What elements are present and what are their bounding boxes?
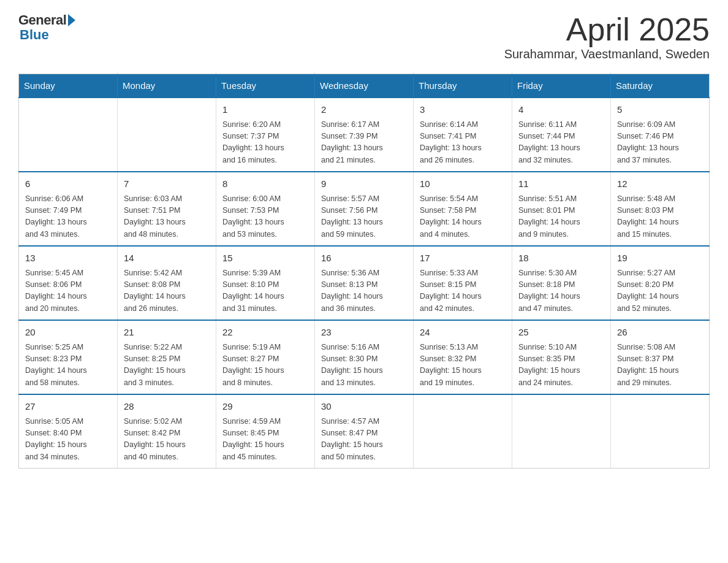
- day-info: Sunrise: 5:27 AMSunset: 8:20 PMDaylight:…: [617, 267, 703, 315]
- day-info: Sunrise: 5:33 AMSunset: 8:15 PMDaylight:…: [420, 267, 506, 315]
- calendar-cell: 19Sunrise: 5:27 AMSunset: 8:20 PMDayligh…: [611, 246, 710, 320]
- calendar-cell: 23Sunrise: 5:16 AMSunset: 8:30 PMDayligh…: [315, 320, 414, 394]
- weekday-header-row: SundayMondayTuesdayWednesdayThursdayFrid…: [19, 74, 710, 98]
- calendar-cell: 6Sunrise: 6:06 AMSunset: 7:49 PMDaylight…: [19, 172, 118, 246]
- month-title: April 2025: [504, 12, 710, 47]
- location-title: Surahammar, Vaestmanland, Sweden: [504, 47, 710, 61]
- calendar-cell: 13Sunrise: 5:45 AMSunset: 8:06 PMDayligh…: [19, 246, 118, 320]
- day-info: Sunrise: 6:06 AMSunset: 7:49 PMDaylight:…: [25, 193, 111, 241]
- day-info: Sunrise: 5:02 AMSunset: 8:42 PMDaylight:…: [124, 416, 210, 464]
- day-number: 3: [420, 103, 506, 117]
- calendar-cell: 27Sunrise: 5:05 AMSunset: 8:40 PMDayligh…: [19, 394, 118, 469]
- day-number: 17: [420, 251, 506, 266]
- day-number: 9: [321, 177, 407, 191]
- calendar-cell: [611, 394, 710, 469]
- calendar-cell: 30Sunrise: 4:57 AMSunset: 8:47 PMDayligh…: [315, 394, 414, 469]
- day-number: 19: [617, 251, 703, 266]
- calendar-cell: 2Sunrise: 6:17 AMSunset: 7:39 PMDaylight…: [315, 98, 414, 172]
- calendar-cell: 22Sunrise: 5:19 AMSunset: 8:27 PMDayligh…: [216, 320, 315, 394]
- weekday-header-saturday: Saturday: [611, 74, 710, 98]
- day-number: 4: [518, 103, 604, 117]
- title-block: April 2025 Surahammar, Vaestmanland, Swe…: [504, 12, 710, 61]
- calendar-week-row: 13Sunrise: 5:45 AMSunset: 8:06 PMDayligh…: [19, 246, 710, 320]
- day-number: 25: [518, 326, 604, 340]
- calendar-cell: 11Sunrise: 5:51 AMSunset: 8:01 PMDayligh…: [512, 172, 611, 246]
- calendar-cell: 10Sunrise: 5:54 AMSunset: 7:58 PMDayligh…: [414, 172, 512, 246]
- weekday-header-wednesday: Wednesday: [315, 74, 414, 98]
- calendar-week-row: 1Sunrise: 6:20 AMSunset: 7:37 PMDaylight…: [19, 98, 710, 172]
- calendar-cell: 12Sunrise: 5:48 AMSunset: 8:03 PMDayligh…: [611, 172, 710, 246]
- day-number: 1: [222, 103, 308, 117]
- day-number: 13: [25, 251, 111, 266]
- day-info: Sunrise: 5:19 AMSunset: 8:27 PMDaylight:…: [222, 342, 308, 389]
- day-info: Sunrise: 5:16 AMSunset: 8:30 PMDaylight:…: [321, 342, 407, 389]
- day-number: 30: [321, 400, 407, 414]
- calendar-cell: 14Sunrise: 5:42 AMSunset: 8:08 PMDayligh…: [118, 246, 216, 320]
- day-info: Sunrise: 5:30 AMSunset: 8:18 PMDaylight:…: [518, 267, 604, 315]
- day-info: Sunrise: 5:05 AMSunset: 8:40 PMDaylight:…: [25, 416, 111, 464]
- calendar-cell: 20Sunrise: 5:25 AMSunset: 8:23 PMDayligh…: [19, 320, 118, 394]
- calendar-cell: 16Sunrise: 5:36 AMSunset: 8:13 PMDayligh…: [315, 246, 414, 320]
- day-info: Sunrise: 5:08 AMSunset: 8:37 PMDaylight:…: [617, 342, 703, 389]
- calendar-body: 1Sunrise: 6:20 AMSunset: 7:37 PMDaylight…: [19, 98, 710, 469]
- calendar-cell: 5Sunrise: 6:09 AMSunset: 7:46 PMDaylight…: [611, 98, 710, 172]
- day-info: Sunrise: 4:59 AMSunset: 8:45 PMDaylight:…: [222, 416, 308, 464]
- logo: General Blue: [18, 12, 75, 43]
- day-number: 26: [617, 326, 703, 340]
- calendar-table: SundayMondayTuesdayWednesdayThursdayFrid…: [18, 74, 710, 469]
- day-number: 5: [617, 103, 703, 117]
- calendar-cell: [19, 98, 118, 172]
- day-number: 16: [321, 251, 407, 266]
- day-info: Sunrise: 6:11 AMSunset: 7:44 PMDaylight:…: [518, 119, 604, 167]
- day-number: 29: [222, 400, 308, 414]
- day-number: 21: [124, 326, 210, 340]
- calendar-cell: [414, 394, 512, 469]
- day-info: Sunrise: 5:57 AMSunset: 7:56 PMDaylight:…: [321, 193, 407, 241]
- calendar-cell: 25Sunrise: 5:10 AMSunset: 8:35 PMDayligh…: [512, 320, 611, 394]
- day-number: 22: [222, 326, 308, 340]
- calendar-cell: 18Sunrise: 5:30 AMSunset: 8:18 PMDayligh…: [512, 246, 611, 320]
- calendar-cell: 26Sunrise: 5:08 AMSunset: 8:37 PMDayligh…: [611, 320, 710, 394]
- day-number: 14: [124, 251, 210, 266]
- logo-general-text: General: [18, 12, 66, 28]
- calendar-cell: 9Sunrise: 5:57 AMSunset: 7:56 PMDaylight…: [315, 172, 414, 246]
- day-info: Sunrise: 6:20 AMSunset: 7:37 PMDaylight:…: [222, 119, 308, 167]
- day-info: Sunrise: 4:57 AMSunset: 8:47 PMDaylight:…: [321, 416, 407, 464]
- weekday-header-sunday: Sunday: [19, 74, 118, 98]
- weekday-header-thursday: Thursday: [414, 74, 512, 98]
- calendar-cell: 7Sunrise: 6:03 AMSunset: 7:51 PMDaylight…: [118, 172, 216, 246]
- day-info: Sunrise: 5:51 AMSunset: 8:01 PMDaylight:…: [518, 193, 604, 241]
- day-number: 15: [222, 251, 308, 266]
- day-info: Sunrise: 5:10 AMSunset: 8:35 PMDaylight:…: [518, 342, 604, 389]
- calendar-cell: 29Sunrise: 4:59 AMSunset: 8:45 PMDayligh…: [216, 394, 315, 469]
- weekday-header-friday: Friday: [512, 74, 611, 98]
- calendar-cell: 15Sunrise: 5:39 AMSunset: 8:10 PMDayligh…: [216, 246, 315, 320]
- calendar-cell: 8Sunrise: 6:00 AMSunset: 7:53 PMDaylight…: [216, 172, 315, 246]
- day-number: 23: [321, 326, 407, 340]
- day-number: 6: [25, 177, 111, 191]
- day-info: Sunrise: 5:36 AMSunset: 8:13 PMDaylight:…: [321, 267, 407, 315]
- calendar-cell: 1Sunrise: 6:20 AMSunset: 7:37 PMDaylight…: [216, 98, 315, 172]
- day-info: Sunrise: 5:13 AMSunset: 8:32 PMDaylight:…: [420, 342, 506, 389]
- calendar-cell: 3Sunrise: 6:14 AMSunset: 7:41 PMDaylight…: [414, 98, 512, 172]
- day-info: Sunrise: 5:45 AMSunset: 8:06 PMDaylight:…: [25, 267, 111, 315]
- day-info: Sunrise: 5:48 AMSunset: 8:03 PMDaylight:…: [617, 193, 703, 241]
- weekday-header-tuesday: Tuesday: [216, 74, 315, 98]
- day-number: 8: [222, 177, 308, 191]
- page-header: General Blue April 2025 Surahammar, Vaes…: [18, 12, 710, 61]
- day-number: 20: [25, 326, 111, 340]
- calendar-cell: 4Sunrise: 6:11 AMSunset: 7:44 PMDaylight…: [512, 98, 611, 172]
- day-info: Sunrise: 5:25 AMSunset: 8:23 PMDaylight:…: [25, 342, 111, 389]
- day-number: 28: [124, 400, 210, 414]
- logo-blue-text: Blue: [20, 27, 49, 43]
- logo-arrow-icon: [68, 14, 75, 26]
- day-info: Sunrise: 5:39 AMSunset: 8:10 PMDaylight:…: [222, 267, 308, 315]
- day-number: 7: [124, 177, 210, 191]
- calendar-header: SundayMondayTuesdayWednesdayThursdayFrid…: [19, 74, 710, 98]
- calendar-cell: 28Sunrise: 5:02 AMSunset: 8:42 PMDayligh…: [118, 394, 216, 469]
- day-number: 18: [518, 251, 604, 266]
- calendar-cell: 24Sunrise: 5:13 AMSunset: 8:32 PMDayligh…: [414, 320, 512, 394]
- day-info: Sunrise: 6:17 AMSunset: 7:39 PMDaylight:…: [321, 119, 407, 167]
- calendar-cell: 21Sunrise: 5:22 AMSunset: 8:25 PMDayligh…: [118, 320, 216, 394]
- day-number: 11: [518, 177, 604, 191]
